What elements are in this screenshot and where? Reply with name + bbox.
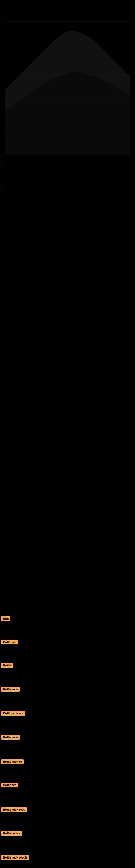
chart-svg [5, 8, 130, 160]
bottleneck-badge-4[interactable]: Bottleneck [1, 687, 20, 692]
bottleneck-row-3: Bottle [0, 662, 135, 669]
chart-area [5, 8, 130, 160]
bottleneck-badge-1[interactable]: Bott [1, 616, 10, 621]
bottleneck-badge-6[interactable]: Bottleneck [1, 735, 20, 740]
bottleneck-badge-2[interactable]: Bottlenec [1, 640, 18, 645]
bottleneck-row-5: Bottleneck res [0, 710, 135, 717]
bottleneck-badge-5[interactable]: Bottleneck res [1, 711, 26, 716]
bottleneck-row-4: Bottleneck [0, 686, 135, 693]
bottleneck-badge-11[interactable]: Bottleneck result [1, 855, 29, 860]
bottleneck-badge-9[interactable]: Bottleneck resu [1, 807, 27, 812]
bottleneck-row-10: Bottleneck r [0, 830, 135, 837]
bottleneck-row-8: Bottlenec [0, 781, 135, 788]
bottleneck-badge-10[interactable]: Bottleneck r [1, 831, 22, 836]
y-axis-cursor-1 [1, 160, 1, 168]
bottleneck-badge-3[interactable]: Bottle [1, 663, 13, 668]
bottleneck-row-9: Bottleneck resu [0, 806, 135, 813]
bottleneck-badge-8[interactable]: Bottlenec [1, 782, 18, 787]
bottleneck-badge-7[interactable]: Bottleneck re [1, 759, 24, 764]
bottleneck-row-11: Bottleneck result [0, 854, 135, 861]
bottleneck-row-2: Bottlenec [0, 639, 135, 646]
y-axis-cursor-2 [1, 184, 1, 193]
bottleneck-row-1: Bott [0, 615, 135, 622]
bottleneck-row-6: Bottleneck [0, 734, 135, 741]
bottleneck-row-7: Bottleneck re [0, 758, 135, 765]
